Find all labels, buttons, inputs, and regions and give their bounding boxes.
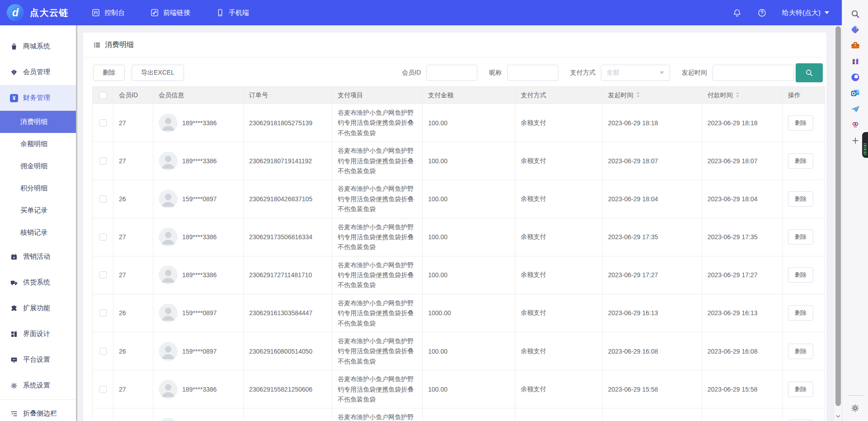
row-delete-button[interactable]: 删除	[788, 153, 813, 169]
sidebar-item-10[interactable]: 供货系统	[0, 270, 76, 295]
pay-time-cell: 2023-06-29 18:07	[702, 142, 783, 180]
row-delete-button[interactable]: 删除	[788, 191, 813, 207]
row-delete-button[interactable]: 删除	[788, 382, 813, 397]
row-delete-button[interactable]: 删除	[788, 229, 813, 245]
pay-time-cell: 2023-06-29 18:04	[702, 180, 783, 218]
table-row: 27189****3386230629173506816334谷麦布渔护小鱼户网…	[93, 218, 825, 256]
edge-flyout-tab[interactable]	[862, 132, 868, 158]
row-checkbox[interactable]	[99, 157, 107, 165]
member-id: 27	[119, 119, 126, 127]
sidebar-item-12[interactable]: 界面设计	[0, 321, 76, 347]
row-delete-button[interactable]: 删除	[788, 305, 813, 321]
help-icon[interactable]	[757, 8, 767, 18]
pay-item: 谷麦布渔护小鱼户网鱼护野钓专用活鱼袋便携鱼袋折叠不伤鱼装鱼袋	[338, 413, 414, 421]
row-checkbox[interactable]	[99, 195, 107, 203]
sidebar-item-3[interactable]: 消费明细	[0, 111, 76, 133]
start-time-input[interactable]	[712, 65, 794, 81]
sidebar-item-0[interactable]: 商城系统	[0, 33, 76, 59]
select-all-checkbox[interactable]	[99, 92, 107, 99]
scrollbar-thumb[interactable]	[835, 26, 841, 406]
delete-button[interactable]: 删除	[93, 65, 125, 81]
nickname-input[interactable]	[507, 65, 558, 81]
outlook-icon[interactable]	[849, 86, 862, 100]
export-excel-button[interactable]: 导出EXCEL	[132, 65, 184, 81]
start-time: 2023-06-29 18:07	[608, 157, 658, 165]
sidebar-item-1[interactable]: 会员管理	[0, 59, 76, 85]
sidebar-item-label: 界面设计	[23, 330, 50, 338]
scrollbar-down-arrow[interactable]	[836, 415, 840, 418]
settings-gear-icon[interactable]	[849, 401, 862, 415]
sidebar-item-4[interactable]: 余额明细	[0, 133, 76, 155]
sidebar-item-11[interactable]: 扩展功能	[0, 295, 76, 321]
games-icon[interactable]	[849, 55, 862, 68]
data-table-wrap: 会员ID会员信息订单号支付项目支付金额支付方式发起时间付款时间操作 27189*…	[83, 86, 826, 421]
nickname-label: 昵称	[489, 69, 502, 77]
sidebar-item-14[interactable]: 系统设置	[0, 373, 76, 398]
pay-method-cell: 余额支付	[515, 332, 603, 370]
user-menu[interactable]: 给夫特(点大)	[782, 9, 829, 17]
row-checkbox[interactable]	[99, 309, 107, 317]
sidebar-item-label: 系统设置	[23, 381, 50, 390]
consumption-table: 会员ID会员信息订单号支付项目支付金额支付方式发起时间付款时间操作 27189*…	[92, 86, 825, 421]
pay-item: 谷麦布渔护小鱼户网鱼护野钓专用活鱼袋便携鱼袋折叠不伤鱼装鱼袋	[338, 337, 414, 365]
phone-icon	[216, 8, 225, 17]
member-id-input[interactable]	[426, 65, 477, 81]
table-row: 26159****0897230629161303584447谷麦布渔护小鱼户网…	[93, 294, 825, 332]
nav-mobile[interactable]: 手机端	[216, 8, 249, 17]
sidebar-item-label: 财务管理	[23, 94, 50, 102]
row-select-cell	[93, 332, 113, 370]
sort-icon[interactable]	[736, 91, 740, 98]
row-action-cell: 删除	[783, 142, 825, 180]
nav-frontend-link[interactable]: 前端链接	[150, 8, 190, 17]
sort-icon[interactable]	[636, 91, 640, 98]
member-phone: 159****0897	[182, 348, 217, 355]
row-delete-button[interactable]: 删除	[788, 115, 813, 131]
row-delete-button[interactable]: 删除	[788, 267, 813, 283]
column-header-label: 订单号	[249, 91, 268, 99]
order-no-cell: 230629155821250606	[244, 370, 332, 408]
add-icon[interactable]	[849, 134, 862, 147]
rings-app-icon[interactable]	[849, 118, 862, 132]
search-button[interactable]	[796, 63, 823, 82]
sidebar-item-label: 折叠侧边栏	[23, 409, 57, 418]
sidebar-item-15[interactable]: 折叠侧边栏	[0, 401, 76, 421]
microsoft-365-icon[interactable]	[849, 71, 862, 84]
table-row: 27189****3386230629155821250606谷麦布渔护小鱼户网…	[93, 370, 825, 408]
pay-method: 余额支付	[521, 385, 546, 393]
column-header-6[interactable]: 发起时间	[603, 87, 702, 104]
start-time-cell: 2023-06-29 18:18	[603, 104, 702, 142]
nav-console-label: 控制台	[104, 9, 125, 17]
sidebar-item-7[interactable]: 买单记录	[0, 199, 76, 222]
paper-plane-icon[interactable]	[849, 102, 862, 116]
shopping-tag-icon[interactable]	[849, 23, 862, 37]
nav-console[interactable]: 控制台	[91, 8, 125, 17]
pay-time: 2023-06-29 16:13	[708, 309, 758, 317]
sidebar-item-9[interactable]: 营销活动	[0, 244, 76, 270]
layout-icon	[10, 330, 18, 338]
member-id: 27	[119, 386, 126, 393]
order-no-cell: 230629181805275139	[244, 104, 332, 142]
row-delete-button[interactable]: 删除	[788, 344, 813, 359]
sidebar-item-13[interactable]: 平台设置	[0, 347, 76, 373]
pay-item-cell: 谷麦布渔护小鱼户网鱼护野钓专用活鱼袋便携鱼袋折叠不伤鱼装鱼袋	[332, 104, 423, 142]
toolbox-icon[interactable]	[849, 39, 862, 52]
sidebar-item-6[interactable]: 积分明细	[0, 177, 76, 199]
order-no: 230629180719141192	[249, 157, 312, 165]
sidebar-item-2[interactable]: ¥财务管理	[0, 85, 76, 111]
row-checkbox[interactable]	[99, 233, 107, 241]
notification-bell-icon[interactable]	[732, 8, 742, 18]
sidebar-item-5[interactable]: 佣金明细	[0, 155, 76, 177]
sidebar-item-8[interactable]: 核销记录	[0, 222, 76, 244]
sidebar-scrollbar[interactable]	[76, 25, 77, 421]
row-checkbox[interactable]	[99, 271, 107, 279]
row-checkbox[interactable]	[99, 386, 107, 393]
amount-cell: 100.00	[423, 408, 515, 421]
column-header-7[interactable]: 付款时间	[702, 87, 783, 104]
order-no: 230629155821250606	[249, 386, 312, 393]
row-checkbox[interactable]	[99, 348, 107, 355]
row-select-cell	[93, 370, 113, 408]
search-icon[interactable]	[849, 7, 862, 21]
member-id-cell: 26	[113, 332, 153, 370]
row-checkbox[interactable]	[99, 119, 107, 127]
pay-method-select[interactable]: 全部	[601, 65, 670, 81]
